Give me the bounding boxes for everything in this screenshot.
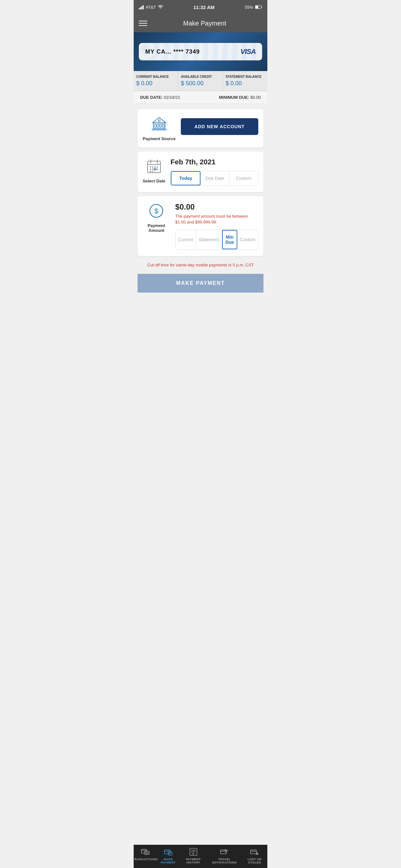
svg-point-20 [150, 168, 151, 170]
battery-icon [255, 5, 262, 9]
app-header: Make Payment [134, 14, 267, 32]
select-date-inner: Select Date Feb 7th, 2021 Today Due Date… [143, 158, 258, 186]
payment-amount-value: $0.00 [175, 203, 258, 212]
statement-balance-value: $ 0.00 [226, 80, 265, 87]
select-date-icon-col: Select Date [143, 158, 165, 183]
signal-bars [139, 5, 144, 9]
amount-option-custom[interactable]: Custom [237, 230, 258, 249]
svg-point-18 [154, 166, 156, 167]
current-balance-dollar: $ [136, 80, 141, 87]
svg-rect-3 [153, 123, 165, 128]
date-option-custom[interactable]: Custom [229, 171, 258, 185]
date-option-due-date[interactable]: Due Date [201, 171, 229, 185]
min-due-label: MINIMUM DUE: [219, 95, 249, 100]
card-visual: MY CA... **** 7349 VISA [139, 43, 262, 60]
carrier-label: AT&T [146, 5, 156, 10]
svg-rect-1 [255, 6, 258, 8]
add-new-account-button[interactable]: ADD NEW ACCOUNT [181, 118, 258, 135]
payment-source-content: ADD NEW ACCOUNT [181, 116, 258, 135]
min-due-item: MINIMUM DUE: $0.00 [219, 95, 261, 100]
min-due-value: $0.00 [250, 95, 261, 100]
svg-point-23 [157, 168, 158, 170]
due-date-label: DUE DATE: [140, 95, 163, 100]
card-name: MY CA... **** 7349 [145, 49, 200, 55]
status-right: 55% [245, 5, 262, 10]
available-credit-value: $ 500.00 [181, 80, 220, 87]
payment-amount-section: $ Payment Amount $0.00 The payment amoun… [137, 196, 264, 256]
page-title: Make Payment [147, 20, 262, 27]
card-area: MY CA... **** 7349 VISA [134, 32, 267, 71]
due-date-row: DUE DATE: 02/18/21 MINIMUM DUE: $0.00 [134, 91, 267, 104]
svg-point-17 [152, 166, 153, 167]
hamburger-menu[interactable] [139, 21, 147, 26]
status-time: 11:32 AM [193, 4, 214, 10]
svg-point-11 [158, 120, 160, 122]
dollar-circle-icon: $ [148, 203, 165, 221]
make-payment-button[interactable]: MAKE PAYMENT [137, 274, 264, 292]
due-date-item: DUE DATE: 02/18/21 [140, 95, 180, 100]
amount-option-row: Current Statement Min Due Custom [175, 229, 258, 250]
svg-text:$: $ [154, 207, 158, 215]
svg-rect-6 [160, 124, 161, 127]
select-date-section: Select Date Feb 7th, 2021 Today Due Date… [137, 151, 264, 192]
status-bar: AT&T 11:32 AM 55% [134, 0, 267, 14]
available-credit-label: AVAILABLE CREDIT [181, 75, 220, 79]
statement-balance-label: STATEMENT BALANCE [226, 75, 265, 79]
select-date-content: Feb 7th, 2021 Today Due Date Custom [171, 158, 258, 186]
current-balance-label: CURRENT BALANCE [136, 75, 175, 79]
date-option-today[interactable]: Today [171, 171, 201, 185]
svg-point-22 [154, 168, 156, 170]
svg-point-24 [150, 171, 151, 172]
visa-logo: VISA [241, 48, 256, 56]
wifi-icon [158, 5, 163, 9]
main-content: Payment Source ADD NEW ACCOUNT [134, 104, 267, 328]
payment-error-message: The payment amount must be between $1.00… [175, 213, 258, 225]
available-credit-item: AVAILABLE CREDIT $ 500.00 [178, 71, 223, 91]
date-option-row: Today Due Date Custom [171, 171, 258, 186]
date-display: Feb 7th, 2021 [171, 158, 258, 166]
payment-source-label: Payment Source [143, 136, 176, 141]
svg-rect-4 [155, 124, 156, 127]
payment-source-inner: Payment Source ADD NEW ACCOUNT [143, 116, 258, 141]
svg-point-21 [152, 168, 153, 170]
payment-source-section: Payment Source ADD NEW ACCOUNT [137, 109, 264, 148]
status-left: AT&T [139, 5, 163, 10]
current-balance-value: $ $ 0.000.00 [136, 80, 175, 87]
svg-rect-7 [162, 124, 164, 127]
payment-amount-content: $0.00 The payment amount must be between… [175, 203, 258, 250]
svg-rect-12 [148, 161, 160, 173]
current-balance-item: CURRENT BALANCE $ $ 0.000.00 [134, 71, 178, 91]
payment-amount-inner: $ Payment Amount $0.00 The payment amoun… [143, 203, 258, 250]
svg-rect-2 [261, 6, 262, 8]
svg-point-19 [157, 166, 158, 167]
calendar-icon [146, 158, 162, 176]
amount-option-min-due[interactable]: Min Due [222, 230, 237, 249]
amount-option-current[interactable]: Current [176, 230, 196, 249]
due-date-value: 02/18/21 [164, 95, 180, 100]
svg-point-16 [150, 166, 151, 167]
bank-icon [151, 116, 167, 134]
payment-amount-label: Payment Amount [143, 223, 170, 233]
select-date-label: Select Date [143, 179, 165, 183]
amount-option-statement[interactable]: Statement [196, 230, 222, 249]
battery-percent: 55% [245, 5, 253, 10]
balance-row: CURRENT BALANCE $ $ 0.000.00 AVAILABLE C… [134, 71, 267, 91]
payment-source-icon-col: Payment Source [143, 116, 176, 141]
payment-amount-icon-col: $ Payment Amount [143, 203, 170, 233]
statement-balance-item: STATEMENT BALANCE $ 0.00 [223, 71, 267, 91]
cutoff-notice: Cut-off time for same-day mobile payment… [137, 260, 264, 270]
svg-point-25 [152, 171, 153, 172]
svg-rect-5 [157, 124, 159, 127]
